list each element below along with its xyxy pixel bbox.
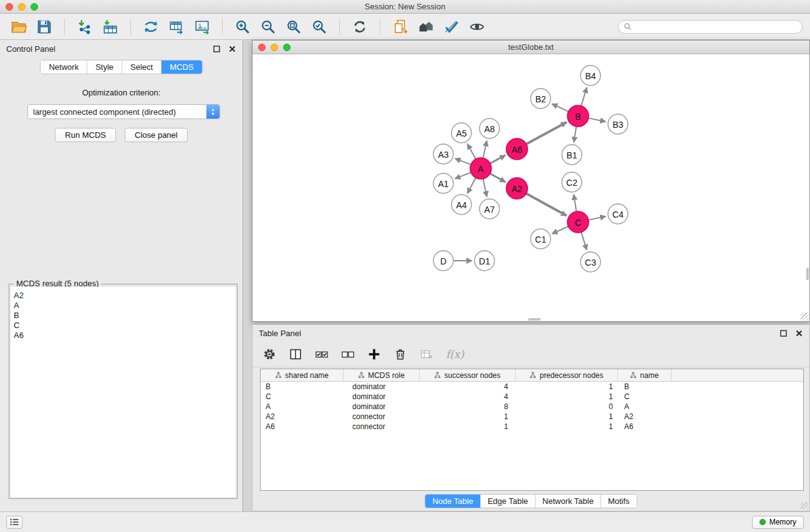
graph-node-A1[interactable]: A1: [433, 173, 453, 193]
network-canvas[interactable]: AA6A2BCA1A3A4A5A7A8B1B2B3B4C1C2C3C4DD1: [253, 54, 809, 321]
graph-edge-B-B1[interactable]: [574, 127, 576, 142]
graph-node-A7[interactable]: A7: [480, 199, 499, 219]
save-session-button[interactable]: [33, 17, 55, 37]
home-button[interactable]: [415, 17, 437, 37]
column-header-shared-name[interactable]: shared name: [261, 369, 344, 381]
graph-node-B3[interactable]: B3: [608, 114, 628, 134]
graph-node-B1[interactable]: B1: [562, 145, 582, 165]
graph-node-A5[interactable]: A5: [451, 123, 471, 143]
network-sync-button[interactable]: [140, 17, 162, 37]
network-close-button[interactable]: [258, 44, 266, 51]
search-input[interactable]: [635, 22, 797, 31]
import-network-button[interactable]: [74, 17, 96, 37]
column-header-name[interactable]: name: [618, 369, 672, 381]
delete-table-button[interactable]: [420, 347, 433, 361]
graph-node-C4[interactable]: C4: [608, 204, 628, 224]
style-check-button[interactable]: [440, 17, 463, 37]
mcds-result-item[interactable]: A6: [14, 331, 233, 341]
column-header-mcds-role[interactable]: MCDS role: [344, 369, 420, 381]
graph-node-A3[interactable]: A3: [433, 144, 453, 164]
graph-edge-A6-B[interactable]: [526, 122, 567, 144]
resize-grip[interactable]: [801, 312, 809, 321]
mcds-result-item[interactable]: A: [14, 301, 233, 311]
graph-edge-C-C1[interactable]: [552, 226, 568, 234]
mcds-result-list[interactable]: A2ABCA6: [11, 287, 236, 497]
graph-edge-A-A3[interactable]: [455, 158, 471, 165]
graph-node-D1[interactable]: D1: [475, 251, 494, 271]
network-zoom-button[interactable]: [283, 44, 291, 51]
table-row[interactable]: Cdominator41C: [261, 392, 803, 402]
graph-edge-B-B2[interactable]: [552, 104, 568, 111]
graph-node-C1[interactable]: C1: [531, 229, 551, 249]
eye-button[interactable]: [466, 17, 488, 37]
graph-node-A6[interactable]: A6: [506, 138, 528, 160]
run-mcds-button[interactable]: Run MCDS: [55, 128, 116, 142]
graph-edge-A-A1[interactable]: [455, 172, 471, 178]
task-history-button[interactable]: [6, 516, 22, 529]
close-panel-action-button[interactable]: Close panel: [125, 128, 188, 142]
column-header-successor-nodes[interactable]: successor nodes: [420, 369, 516, 381]
graph-node-B[interactable]: B: [567, 105, 589, 127]
graph-edge-B-B4[interactable]: [581, 87, 587, 106]
zoom-in-button[interactable]: [231, 17, 254, 37]
table-row[interactable]: A2connector11A2: [261, 412, 803, 422]
horizontal-scrollbar[interactable]: [528, 318, 541, 321]
zoom-fit-button[interactable]: [282, 17, 305, 37]
graph-edge-C-C4[interactable]: [589, 216, 606, 220]
export-image-button[interactable]: [191, 17, 213, 37]
table-row[interactable]: A6connector11A6: [261, 422, 803, 432]
zoom-selected-button[interactable]: [308, 17, 330, 37]
open-session-button[interactable]: [7, 17, 30, 37]
graph-node-B2[interactable]: B2: [531, 89, 551, 109]
graph-node-C3[interactable]: C3: [581, 252, 600, 272]
search-box[interactable]: [618, 20, 803, 34]
tab-motifs[interactable]: Motifs: [601, 495, 637, 508]
graph-edge-A-A5[interactable]: [468, 144, 476, 159]
minimize-button[interactable]: [18, 3, 26, 11]
network-minimize-button[interactable]: [271, 44, 278, 51]
graph-node-B4[interactable]: B4: [581, 65, 600, 85]
graph-node-A2[interactable]: A2: [506, 178, 528, 199]
import-table-button[interactable]: [99, 17, 122, 37]
tab-edge-table[interactable]: Edge Table: [481, 495, 536, 508]
float-panel-button[interactable]: [213, 45, 221, 53]
table-float-button[interactable]: [779, 329, 788, 337]
unselect-all-button[interactable]: [341, 347, 355, 361]
refresh-button[interactable]: [349, 17, 371, 37]
tab-mcds[interactable]: MCDS: [162, 60, 201, 74]
graph-edge-A-A7[interactable]: [483, 179, 487, 197]
table-sync-button[interactable]: [165, 17, 188, 37]
memory-button[interactable]: Memory: [752, 516, 804, 529]
close-button[interactable]: [6, 3, 13, 11]
tab-network[interactable]: Network: [41, 60, 87, 74]
table-row[interactable]: Bdominator41B: [261, 382, 803, 392]
mcds-result-item[interactable]: B: [14, 311, 233, 321]
graph-node-A8[interactable]: A8: [480, 118, 499, 138]
select-all-button[interactable]: [315, 347, 329, 361]
vertical-scrollbar[interactable]: [806, 268, 809, 280]
graph-edge-B-B3[interactable]: [589, 118, 606, 122]
column-header-predecessor-nodes[interactable]: predecessor nodes: [516, 369, 618, 381]
mcds-result-item[interactable]: A2: [14, 291, 233, 301]
graph-edge-A-A6[interactable]: [490, 155, 505, 163]
network-graph[interactable]: AA6A2BCA1A3A4A5A7A8B1B2B3B4C1C2C3C4DD1: [253, 54, 809, 321]
criterion-dropdown[interactable]: largest connected component (directed) ▲…: [27, 104, 220, 119]
show-columns-button[interactable]: [289, 347, 302, 361]
graph-edge-A-A8[interactable]: [483, 141, 487, 158]
graph-node-D[interactable]: D: [433, 251, 453, 271]
table-settings-button[interactable]: [263, 347, 276, 361]
function-builder-button[interactable]: f(x): [446, 348, 464, 360]
graph-node-C2[interactable]: C2: [562, 172, 582, 192]
close-panel-button[interactable]: [228, 45, 236, 53]
graph-edge-C-C2[interactable]: [574, 195, 576, 211]
table-row[interactable]: Adominator80A: [261, 402, 803, 412]
create-column-button[interactable]: [367, 347, 381, 361]
tab-network-table[interactable]: Network Table: [536, 495, 601, 508]
graph-edge-A-A2[interactable]: [490, 173, 506, 182]
graph-node-A[interactable]: A: [470, 158, 491, 179]
delete-column-button[interactable]: [393, 347, 407, 361]
table-close-button[interactable]: [795, 329, 803, 337]
graph-edge-A2-C[interactable]: [526, 193, 567, 216]
graph-edge-C-C3[interactable]: [581, 232, 587, 250]
tab-node-table[interactable]: Node Table: [425, 495, 481, 508]
